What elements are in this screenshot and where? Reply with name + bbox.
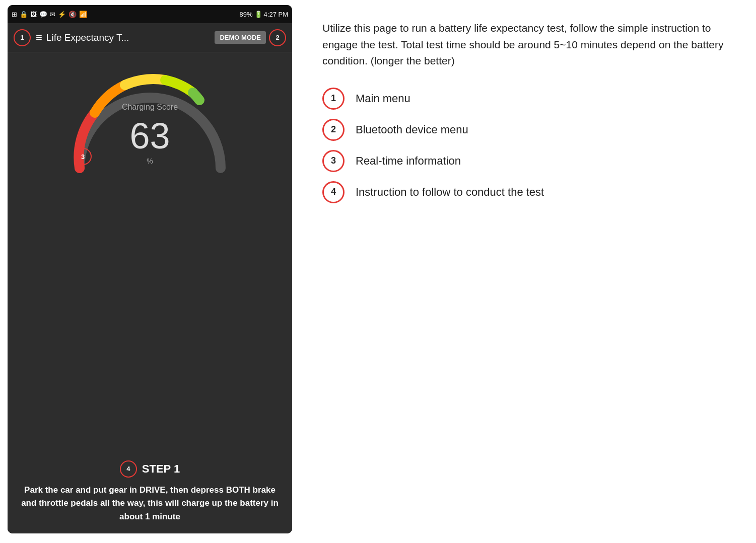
phone-frame: ⊞ 🔒 🖼 💬 ✉ ⚡ 🔇 📶 89% 🔋 4:27 PM 1 ≡ Life E…: [8, 5, 292, 533]
status-bar: ⊞ 🔒 🖼 💬 ✉ ⚡ 🔇 📶 89% 🔋 4:27 PM: [8, 5, 292, 23]
badge-4-step: 4: [120, 460, 137, 478]
badge-3-gauge: 3: [75, 148, 92, 165]
gauge-container: Charging Score 63 % 3: [64, 67, 236, 178]
battery-text: 89%: [240, 11, 253, 18]
item-label-4: Instruction to follow to conduct the tes…: [356, 186, 544, 199]
status-icon-wifi: 📶: [79, 11, 87, 18]
badge-1-appbar: 1: [14, 29, 31, 46]
demo-mode-badge[interactable]: DEMO MODE: [215, 31, 266, 44]
gauge-label: Charging Score: [122, 103, 178, 112]
gauge-section: Charging Score 63 % 3 4 STEP 1 Park the: [8, 52, 292, 533]
items-list: 1Main menu2Bluetooth device menu3Real-ti…: [322, 88, 731, 203]
step-section: 4 STEP 1 Park the car and put gear in DR…: [8, 453, 292, 533]
app-title: Life Expectancy T...: [46, 32, 215, 43]
item-badge-2: 2: [322, 119, 345, 141]
step-text: Park the car and put gear in DRIVE, then…: [16, 484, 284, 523]
status-icon-mail: ✉: [50, 11, 55, 18]
gauge-value: 63: [129, 118, 170, 154]
app-bar: 1 ≡ Life Expectancy T... DEMO MODE 2: [8, 23, 292, 52]
right-panel: Utilize this page to run a battery life …: [297, 0, 756, 543]
description-text: Utilize this page to run a battery life …: [322, 20, 731, 69]
status-bar-left: ⊞ 🔒 🖼 💬 ✉ ⚡ 🔇 📶: [12, 11, 87, 18]
status-bar-right: 89% 🔋 4:27 PM: [240, 11, 288, 18]
item-label-3: Real-time information: [356, 154, 461, 168]
phone-panel: ⊞ 🔒 🖼 💬 ✉ ⚡ 🔇 📶 89% 🔋 4:27 PM 1 ≡ Life E…: [0, 0, 297, 543]
item-label-1: Main menu: [356, 92, 410, 105]
battery-icon: 🔋: [254, 11, 262, 18]
badge-2-appbar[interactable]: 2: [269, 29, 286, 46]
item-badge-1: 1: [322, 88, 345, 110]
item-label-2: Bluetooth device menu: [356, 123, 468, 136]
status-icon-lock: 🔒: [20, 11, 28, 18]
step-header: 4 STEP 1: [120, 460, 180, 478]
time-text: 4:27 PM: [264, 11, 288, 18]
status-icon-msg: 💬: [39, 11, 47, 18]
list-item-3: 3Real-time information: [322, 150, 731, 172]
list-item-2: 2Bluetooth device menu: [322, 119, 731, 141]
status-icon-bt: ⚡: [58, 11, 66, 18]
list-item-1: 1Main menu: [322, 88, 731, 110]
gauge-unit: %: [147, 157, 153, 165]
status-icon-settings: ⊞: [12, 11, 17, 18]
item-badge-3: 3: [322, 150, 345, 172]
step-title: STEP 1: [142, 462, 180, 476]
hamburger-icon[interactable]: ≡: [36, 31, 42, 44]
status-icon-photo: 🖼: [30, 11, 37, 18]
status-icon-mute: 🔇: [68, 11, 77, 18]
item-badge-4: 4: [322, 181, 345, 203]
list-item-4: 4Instruction to follow to conduct the te…: [322, 181, 731, 203]
